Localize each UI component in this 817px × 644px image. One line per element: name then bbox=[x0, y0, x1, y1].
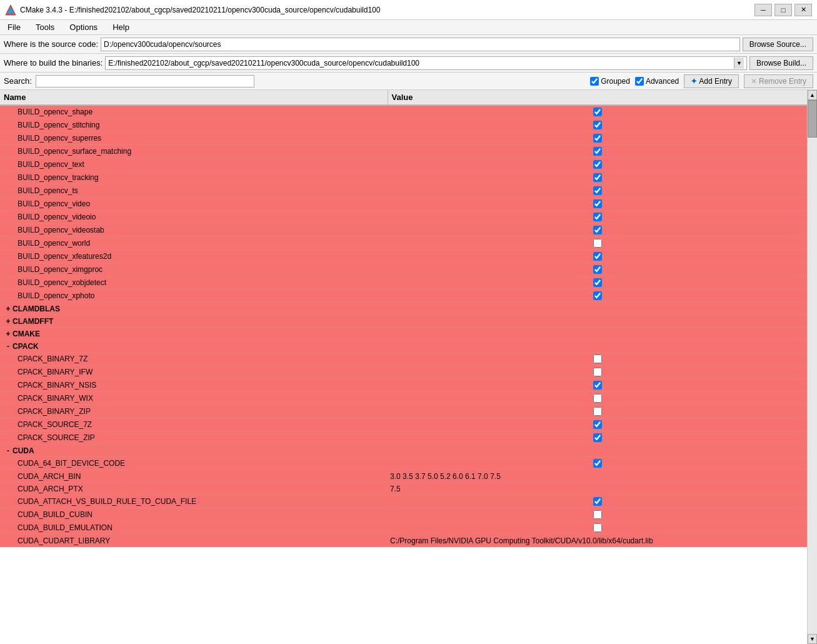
row-value-cell[interactable] bbox=[388, 366, 807, 379]
table-row[interactable]: CUDA_ARCH_BIN3.0 3.5 3.7 5.0 5.2 6.0 6.1… bbox=[0, 470, 807, 483]
row-checkbox[interactable] bbox=[593, 213, 602, 221]
remove-entry-button[interactable]: ✕ Remove Entry bbox=[744, 74, 813, 88]
table-row[interactable]: BUILD_opencv_xfeatures2d bbox=[0, 250, 807, 263]
table-row[interactable]: BUILD_opencv_ximgproc bbox=[0, 263, 807, 276]
scroll-up-button[interactable]: ▲ bbox=[808, 90, 817, 100]
advanced-checkbox[interactable] bbox=[635, 77, 644, 86]
table-row[interactable]: BUILD_opencv_text bbox=[0, 158, 807, 171]
row-checkbox[interactable] bbox=[593, 134, 602, 143]
row-value-cell[interactable] bbox=[388, 198, 807, 211]
table-row[interactable]: CUDA_64_BIT_DEVICE_CODE bbox=[0, 457, 807, 470]
row-checkbox[interactable] bbox=[593, 108, 602, 116]
expand-icon[interactable]: - bbox=[4, 446, 13, 455]
row-value-cell[interactable] bbox=[388, 276, 807, 289]
row-checkbox[interactable] bbox=[593, 381, 602, 390]
row-checkbox[interactable] bbox=[593, 239, 602, 248]
row-value-cell[interactable] bbox=[388, 303, 807, 315]
row-checkbox[interactable] bbox=[593, 226, 602, 234]
row-value-cell[interactable] bbox=[388, 418, 807, 431]
scroll-track[interactable] bbox=[808, 100, 817, 634]
table-row[interactable]: CPACK_BINARY_IFW bbox=[0, 366, 807, 379]
table-row[interactable]: CPACK_SOURCE_7Z bbox=[0, 418, 807, 431]
menu-item-help[interactable]: Help bbox=[108, 21, 134, 33]
table-row[interactable]: BUILD_opencv_world bbox=[0, 237, 807, 250]
table-row[interactable]: CPACK_BINARY_WIX bbox=[0, 392, 807, 405]
table-row[interactable]: CUDA_BUILD_EMULATION bbox=[0, 521, 807, 535]
row-checkbox[interactable] bbox=[593, 368, 602, 376]
row-value-cell[interactable] bbox=[388, 508, 807, 521]
row-checkbox[interactable] bbox=[593, 252, 602, 261]
row-checkbox[interactable] bbox=[593, 199, 602, 208]
advanced-option[interactable]: Advanced bbox=[635, 77, 679, 86]
group-row[interactable]: + CLAMDBLAS bbox=[0, 303, 807, 315]
menu-item-options[interactable]: Options bbox=[64, 21, 103, 33]
row-value-cell[interactable] bbox=[388, 328, 807, 340]
group-row[interactable]: - CUDA bbox=[0, 445, 807, 457]
scroll-thumb[interactable] bbox=[808, 100, 817, 138]
table-row[interactable]: CUDA_BUILD_CUBIN bbox=[0, 508, 807, 521]
menu-item-tools[interactable]: Tools bbox=[31, 21, 59, 33]
add-entry-button[interactable]: ✦ Add Entry bbox=[684, 74, 739, 88]
row-checkbox[interactable] bbox=[593, 186, 602, 195]
group-row[interactable]: - CPACK bbox=[0, 340, 807, 353]
row-value-cell[interactable] bbox=[388, 457, 807, 470]
search-input[interactable] bbox=[36, 75, 254, 88]
close-button[interactable]: ✕ bbox=[794, 4, 812, 16]
row-value-cell[interactable] bbox=[388, 445, 807, 457]
grouped-checkbox[interactable] bbox=[590, 77, 599, 86]
row-checkbox[interactable] bbox=[593, 497, 602, 506]
row-checkbox[interactable] bbox=[593, 147, 602, 156]
row-value-cell[interactable] bbox=[388, 353, 807, 366]
table-row[interactable]: CPACK_BINARY_ZIP bbox=[0, 405, 807, 418]
combo-arrow[interactable]: ▼ bbox=[734, 58, 744, 69]
row-checkbox[interactable] bbox=[593, 433, 602, 442]
row-value-cell[interactable] bbox=[388, 184, 807, 198]
table-row[interactable]: CUDA_CUDART_LIBRARYC:/Program Files/NVID… bbox=[0, 535, 807, 547]
row-value-cell[interactable] bbox=[388, 158, 807, 171]
row-checkbox[interactable] bbox=[593, 355, 602, 363]
row-value-cell[interactable] bbox=[388, 263, 807, 276]
row-checkbox[interactable] bbox=[593, 394, 602, 403]
row-value-cell[interactable] bbox=[388, 211, 807, 224]
row-value-cell[interactable] bbox=[388, 392, 807, 405]
row-value-cell[interactable] bbox=[388, 379, 807, 392]
group-row[interactable]: + CMAKE bbox=[0, 328, 807, 340]
row-value-cell[interactable] bbox=[388, 495, 807, 508]
row-checkbox[interactable] bbox=[593, 420, 602, 429]
table-row[interactable]: BUILD_opencv_xphoto bbox=[0, 289, 807, 303]
table-container[interactable]: Name Value BUILD_opencv_shapeBUILD_openc… bbox=[0, 90, 807, 644]
browse-source-button[interactable]: Browse Source... bbox=[743, 38, 813, 51]
browse-build-button[interactable]: Browse Build... bbox=[749, 56, 813, 70]
row-value-cell[interactable] bbox=[388, 237, 807, 250]
group-row[interactable]: + CLAMDFFT bbox=[0, 315, 807, 328]
row-value-cell[interactable] bbox=[388, 250, 807, 263]
table-row[interactable]: CPACK_BINARY_7Z bbox=[0, 353, 807, 366]
row-checkbox[interactable] bbox=[593, 121, 602, 129]
expand-icon[interactable]: + bbox=[4, 304, 13, 313]
build-path-combo[interactable]: E:/finished202102/about_cgcp/saved202102… bbox=[105, 56, 747, 70]
row-value-cell[interactable] bbox=[388, 315, 807, 328]
table-row[interactable]: BUILD_opencv_tracking bbox=[0, 171, 807, 184]
expand-icon[interactable]: + bbox=[4, 317, 13, 326]
maximize-button[interactable]: □ bbox=[774, 4, 792, 16]
row-checkbox[interactable] bbox=[593, 160, 602, 169]
row-checkbox[interactable] bbox=[593, 278, 602, 287]
table-row[interactable]: BUILD_opencv_videoio bbox=[0, 211, 807, 224]
table-row[interactable]: BUILD_opencv_ts bbox=[0, 184, 807, 198]
table-row[interactable]: BUILD_opencv_video bbox=[0, 198, 807, 211]
row-value-cell[interactable] bbox=[388, 224, 807, 237]
row-value-cell[interactable] bbox=[388, 145, 807, 158]
expand-icon[interactable]: + bbox=[4, 330, 13, 338]
table-row[interactable]: CPACK_BINARY_NSIS bbox=[0, 379, 807, 392]
col-header-value[interactable]: Value bbox=[388, 90, 807, 105]
table-row[interactable]: BUILD_opencv_videostab bbox=[0, 224, 807, 237]
source-input[interactable] bbox=[101, 38, 740, 51]
table-row[interactable]: CPACK_SOURCE_ZIP bbox=[0, 431, 807, 445]
table-row[interactable]: BUILD_opencv_surface_matching bbox=[0, 145, 807, 158]
table-row[interactable]: BUILD_opencv_shape bbox=[0, 105, 807, 119]
vertical-scrollbar[interactable]: ▲ ▼ bbox=[807, 90, 817, 644]
grouped-option[interactable]: Grouped bbox=[590, 77, 630, 86]
row-checkbox[interactable] bbox=[593, 523, 602, 532]
row-value-cell[interactable] bbox=[388, 289, 807, 303]
scroll-down-button[interactable]: ▼ bbox=[808, 634, 817, 644]
